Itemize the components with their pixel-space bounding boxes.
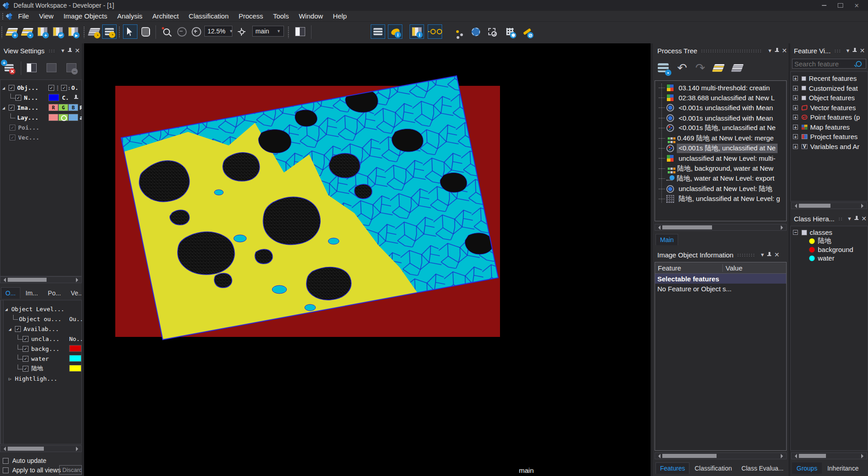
scroll-left-arrow[interactable] <box>656 454 660 458</box>
blue-channel-swatch[interactable]: B <box>68 104 78 111</box>
tree-row-layer[interactable]: Lay... <box>10 112 38 122</box>
feature-view-item[interactable]: +Recent features <box>791 74 868 84</box>
checkbox[interactable]: ✓ <box>9 105 14 111</box>
expand-plus-icon[interactable]: + <box>793 134 798 139</box>
checkbox[interactable]: ✓ <box>23 366 28 372</box>
tree-row-highlight[interactable]: ▷ Hightligh... <box>9 373 57 383</box>
tab-groups[interactable]: Groups <box>792 462 822 474</box>
process-tree-item[interactable]: unclassified at New Level: multi- <box>655 154 786 163</box>
process-tree-item[interactable]: <0.001s 陆地, unclassified at Ne <box>655 123 786 133</box>
tree-row-outline[interactable]: ✓ N... <box>10 93 38 103</box>
scroll-right-arrow[interactable] <box>76 447 80 451</box>
import-scenes-icon[interactable]: ↵ <box>51 24 65 39</box>
checkbox[interactable]: ✓ <box>15 326 21 332</box>
expand-plus-icon[interactable]: + <box>793 76 798 81</box>
process-tree-item[interactable]: 陆地, background, water at New <box>655 163 786 173</box>
manual-editing-icon[interactable]: ⊘ <box>520 24 534 39</box>
close-icon[interactable]: ✕ <box>860 215 868 222</box>
color-swatch[interactable] <box>48 114 58 121</box>
feature-view-toggle-icon[interactable] <box>428 24 442 39</box>
feature-view-hscrollbar[interactable] <box>791 202 867 209</box>
process-tree-item[interactable]: 陆地, water at New Level: export <box>655 174 786 184</box>
panel-grip[interactable] <box>48 49 56 52</box>
process-tree-item[interactable]: <0.001s unclassified with Mean <box>655 103 786 113</box>
process-tree-item[interactable]: unclassified at New Level: 陆地 <box>655 184 786 194</box>
column-header-feature[interactable]: Feature <box>655 264 723 272</box>
apply-all-views-checkbox[interactable] <box>3 467 9 473</box>
tree-row-point-cloud[interactable]: ✓ Poi... <box>9 122 39 132</box>
scroll-thumb[interactable] <box>799 204 830 208</box>
expander-icon[interactable]: ◢ <box>2 105 9 110</box>
feature-view-item[interactable]: +Map features <box>791 122 868 132</box>
save-project-icon[interactable]: ▪ <box>20 24 34 39</box>
menu-view[interactable]: View <box>34 12 58 20</box>
view-settings-toggle-icon[interactable] <box>371 24 385 39</box>
layer-view-3-icon[interactable]: − <box>64 61 79 75</box>
left-splitter[interactable] <box>82 43 84 476</box>
tree-row-water[interactable]: ✓ water <box>18 354 49 364</box>
scroll-left-arrow[interactable] <box>793 454 797 458</box>
save-ruleset-stack-icon[interactable] <box>729 60 745 76</box>
scroll-right-arrow[interactable] <box>861 204 866 208</box>
expand-plus-icon[interactable]: + <box>793 144 798 149</box>
pin-icon[interactable] <box>767 252 772 258</box>
process-tree-hscrollbar[interactable] <box>655 224 787 231</box>
tree-row-image-data[interactable]: ◢ ✓ Ima... <box>2 103 38 112</box>
expand-plus-icon[interactable]: + <box>793 86 798 91</box>
chevron-down-icon[interactable]: ▼ <box>846 216 853 221</box>
checkbox[interactable]: ✓ <box>23 346 28 352</box>
zoom-level-select[interactable]: 12.5%▼ <box>204 26 232 37</box>
pin-icon[interactable] <box>852 48 857 54</box>
open-workspace-icon[interactable]: ▸ <box>66 24 80 39</box>
class-item[interactable]: background <box>791 245 868 254</box>
expander-icon[interactable]: ◢ <box>5 307 11 312</box>
process-tree-item[interactable]: 02:38.688 unclassified at New L <box>655 93 786 103</box>
class-hierarchy-hscrollbar[interactable] <box>791 453 867 459</box>
close-icon[interactable]: ✕ <box>773 251 781 258</box>
create-workspace-icon[interactable]: + <box>35 24 50 39</box>
menu-analysis[interactable]: Analysis <box>112 12 147 20</box>
process-tree-item[interactable]: <0.001s 陆地, unclassified at Ne <box>655 143 786 153</box>
discard-button[interactable]: Discard <box>59 465 82 475</box>
expander-icon[interactable]: ▷ <box>9 376 15 381</box>
panel-grip[interactable] <box>737 253 755 257</box>
scroll-left-arrow[interactable] <box>1 278 6 282</box>
checkbox[interactable]: ✓ <box>9 125 15 131</box>
expand-plus-icon[interactable]: + <box>793 125 798 130</box>
tree-row-land[interactable]: ✓ 陆地 <box>18 364 43 373</box>
scroll-thumb[interactable] <box>662 225 712 229</box>
single-layer-view-icon[interactable] <box>24 61 39 75</box>
edit-layer-mixing-icon[interactable]: + ✕ <box>2 61 16 75</box>
update-view-icon[interactable] <box>468 24 483 39</box>
menu-architect[interactable]: Architect <box>147 12 184 20</box>
image-object-info-hscrollbar[interactable] <box>655 453 787 459</box>
edit-process-icon[interactable]: ◔ <box>102 24 117 39</box>
feature-search-box[interactable] <box>792 59 866 69</box>
process-tree-item[interactable]: 陆地, unclassified at New Level: g <box>655 194 786 204</box>
table-group-row[interactable]: Selectable features <box>655 274 786 284</box>
checkbox[interactable]: ✓ <box>23 336 28 342</box>
load-ruleset-icon[interactable]: ◔ <box>87 24 101 39</box>
menu-image-objects[interactable]: Image Objects <box>58 12 112 20</box>
checkbox[interactable]: ✓ <box>9 135 15 140</box>
expander-icon[interactable]: ◢ <box>2 85 9 90</box>
view-classification-icon[interactable]: i <box>388 24 402 39</box>
expander-icon[interactable]: ◢ <box>9 327 15 331</box>
pin-icon[interactable] <box>774 48 779 54</box>
checkbox[interactable]: ✓ <box>61 85 67 91</box>
color-swatch[interactable] <box>58 114 68 121</box>
tree-row-background[interactable]: ✓ backg... <box>18 344 60 354</box>
feature-view-item[interactable]: +VVariables and Ar <box>791 142 868 152</box>
image-view-canvas[interactable] <box>84 43 651 476</box>
tree-row-object-level[interactable]: ◢ Object Level... <box>5 304 64 314</box>
tab-point-clouds[interactable]: Po... <box>43 287 66 299</box>
active-map-select[interactable]: main▼ <box>252 26 284 37</box>
image-object-info-toggle-icon[interactable]: i <box>410 24 424 39</box>
menu-file[interactable]: File <box>13 12 34 20</box>
menu-process[interactable]: Process <box>234 12 268 20</box>
panel-grip[interactable] <box>701 49 763 52</box>
tree-vscrollbar[interactable] <box>0 300 4 444</box>
scroll-left-arrow[interactable] <box>1 447 6 451</box>
tab-object-levels[interactable]: O... <box>1 287 20 299</box>
color-swatch[interactable] <box>68 114 78 121</box>
